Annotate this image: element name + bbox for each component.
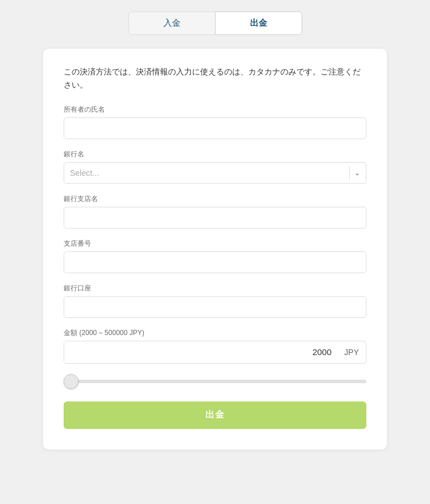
amount-slider[interactable]: [64, 380, 366, 383]
tab-bar: 入金 出金: [128, 11, 302, 35]
tab-deposit[interactable]: 入金: [128, 11, 215, 35]
amount-label: 金額 (2000 – 500000 JPY): [64, 328, 366, 338]
owner-name-input[interactable]: [64, 117, 366, 139]
bank-account-group: 銀行口座: [64, 284, 366, 318]
select-divider: [349, 166, 350, 180]
bank-account-label: 銀行口座: [64, 284, 366, 293]
branch-number-input[interactable]: [64, 251, 366, 273]
bank-name-select[interactable]: Select... ⌄: [64, 162, 366, 184]
chevron-down-icon: ⌄: [354, 169, 360, 177]
owner-name-group: 所有者の氏名: [64, 105, 366, 139]
submit-withdraw-button[interactable]: 出金: [64, 401, 366, 429]
notice-text: この決済方法では、決済情報の入力に使えるのは、カタカナのみです。ご注意ください。: [64, 66, 366, 92]
bank-name-label: 銀行名: [64, 149, 366, 159]
currency-label: JPY: [337, 348, 366, 357]
bank-name-select-wrapper: Select... ⌄: [64, 162, 366, 184]
amount-slider-container: [64, 375, 366, 385]
owner-name-label: 所有者の氏名: [64, 105, 366, 115]
bank-name-placeholder: Select...: [70, 168, 99, 178]
bank-account-input[interactable]: [64, 296, 366, 318]
branch-number-group: 支店番号: [64, 239, 366, 273]
amount-input[interactable]: [64, 341, 337, 363]
amount-group: 金額 (2000 – 500000 JPY) JPY: [64, 328, 366, 364]
tab-withdraw[interactable]: 出金: [215, 11, 302, 35]
amount-row: JPY: [64, 341, 366, 364]
branch-name-label: 銀行支店名: [64, 194, 366, 204]
branch-name-input[interactable]: [64, 207, 366, 229]
form-card: この決済方法では、決済情報の入力に使えるのは、カタカナのみです。ご注意ください。…: [43, 49, 387, 450]
branch-number-label: 支店番号: [64, 239, 366, 249]
branch-name-group: 銀行支店名: [64, 194, 366, 229]
bank-name-group: 銀行名 Select... ⌄: [64, 149, 366, 184]
